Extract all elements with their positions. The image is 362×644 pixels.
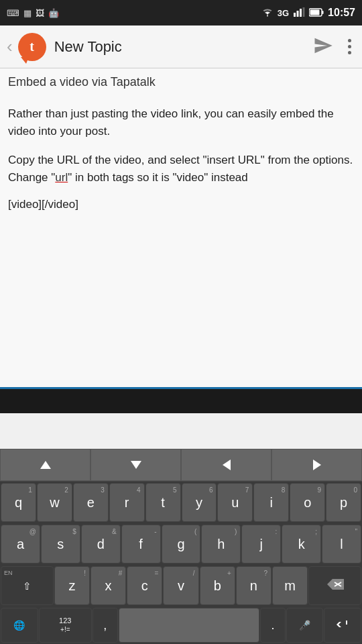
page-title: New Topic	[54, 38, 122, 56]
lang-label: EN	[4, 570, 13, 576]
key-f[interactable]: -f	[121, 525, 161, 564]
battery-icon	[309, 7, 324, 19]
keyboard-bottom-row: 🌐 123+!= , . 🎤	[0, 606, 362, 644]
app-logo: t	[18, 33, 46, 61]
key-t[interactable]: 5t	[145, 483, 181, 522]
emoji-key[interactable]: 🌐	[1, 608, 38, 643]
more-options-button[interactable]	[344, 35, 355, 58]
dark-strip	[0, 389, 362, 413]
comma-key[interactable]: ,	[93, 608, 118, 643]
svg-marker-8	[131, 461, 141, 469]
key-w[interactable]: 2w	[37, 483, 72, 522]
key-r[interactable]: 4r	[109, 483, 145, 522]
android-icon: 🤖	[48, 8, 59, 18]
dot3	[348, 51, 351, 54]
status-right-icons: 3G 10:57	[261, 7, 355, 19]
enter-icon	[335, 619, 350, 633]
key-o[interactable]: 9o	[290, 483, 325, 522]
key-y[interactable]: 6y	[182, 483, 217, 522]
wifi-icon	[261, 7, 274, 19]
backspace-key[interactable]	[308, 566, 361, 605]
cursor-right-button[interactable]	[272, 449, 362, 481]
signal-icon	[293, 7, 305, 19]
content-body: Rather than just pasting the video link,…	[8, 105, 354, 186]
key-n[interactable]: ?n	[236, 566, 272, 605]
status-bar: ⌨ ▦ 🖼 🤖 3G	[0, 0, 362, 25]
logo-letter: t	[29, 39, 34, 54]
back-button[interactable]: ‹	[7, 36, 13, 57]
spacebar-key[interactable]	[119, 608, 259, 643]
keyboard-icon: ⌨	[7, 8, 19, 18]
key-i[interactable]: 8i	[253, 483, 289, 522]
app-bar-actions	[309, 32, 355, 62]
cursor-down-button[interactable]	[90, 449, 181, 481]
key-z[interactable]: !z	[54, 566, 90, 605]
sim-icon: ▦	[23, 8, 32, 18]
app-bar: ‹ t New Topic	[0, 25, 362, 68]
svg-rect-6	[310, 9, 320, 15]
key-g[interactable]: (g	[162, 525, 201, 564]
content-area[interactable]: Embed a video via Tapatalk Rather than j…	[0, 68, 362, 389]
cursor-left-button[interactable]	[181, 449, 272, 481]
key-l[interactable]: "l	[322, 525, 361, 564]
enter-key[interactable]	[324, 608, 361, 643]
svg-marker-9	[223, 460, 231, 470]
network-icon: 3G	[278, 8, 289, 18]
key-b[interactable]: +b	[200, 566, 235, 605]
send-button[interactable]	[309, 32, 337, 62]
svg-rect-2	[300, 9, 302, 17]
video-tag: [video][/video]	[8, 198, 354, 211]
key-p[interactable]: 0p	[326, 483, 361, 522]
key-j[interactable]: :j	[241, 525, 281, 564]
period-key[interactable]: .	[260, 608, 286, 643]
app-bar-left: ‹ t New Topic	[7, 33, 309, 61]
paragraph-1: Rather than just pasting the video link,…	[8, 105, 354, 140]
image-icon: 🖼	[36, 8, 44, 18]
keyboard-row-2: @a $s &d -f (g )h :j ;k "l	[0, 523, 362, 565]
key-k[interactable]: ;k	[282, 525, 321, 564]
mic-key[interactable]: 🎤	[286, 608, 324, 643]
svg-marker-10	[313, 460, 321, 470]
key-a[interactable]: @a	[1, 525, 40, 564]
keyboard-row-1: 1q 2w 3e 4r 5t 6y 7u 8i 9o 0p	[0, 482, 362, 523]
key-x[interactable]: #x	[90, 566, 126, 605]
svg-rect-0	[294, 13, 296, 17]
keyboard-row-3: ⇧ EN !z #x =c /v +b ?n m	[0, 565, 362, 606]
url-highlight: url	[55, 171, 68, 184]
svg-rect-1	[297, 11, 299, 17]
svg-marker-7	[40, 461, 51, 469]
backspace-icon	[326, 578, 345, 594]
symbols-key[interactable]: 123+!=	[39, 608, 92, 643]
key-h[interactable]: )h	[201, 525, 241, 564]
time: 10:57	[328, 7, 355, 19]
cursor-up-button[interactable]	[0, 449, 90, 481]
dot1	[348, 39, 351, 42]
emoji-icon: 🌐	[13, 620, 25, 631]
key-v[interactable]: /v	[163, 566, 198, 605]
dot2	[348, 45, 351, 48]
period-label: .	[271, 619, 274, 633]
comma-label: ,	[103, 619, 107, 633]
paragraph-2: Copy the URL of the video, and select "i…	[8, 152, 354, 186]
key-d[interactable]: &d	[81, 525, 121, 564]
keyboard: 1q 2w 3e 4r 5t 6y 7u 8i 9o 0p @a $s &d -…	[0, 449, 362, 644]
key-u[interactable]: 7u	[217, 483, 253, 522]
svg-rect-5	[322, 11, 324, 14]
video-embed-title: Embed a video via Tapatalk	[8, 75, 354, 95]
key-q[interactable]: 1q	[1, 483, 36, 522]
mic-icon: 🎤	[299, 620, 310, 631]
nav-row	[0, 449, 362, 482]
key-m[interactable]: m	[272, 566, 308, 605]
symbols-label: 123+!=	[59, 616, 71, 634]
svg-rect-3	[303, 7, 305, 17]
key-e[interactable]: 3e	[73, 483, 109, 522]
key-s[interactable]: $s	[41, 525, 80, 564]
status-left-icons: ⌨ ▦ 🖼 🤖	[7, 8, 59, 18]
key-c[interactable]: =c	[127, 566, 162, 605]
shift-key[interactable]: ⇧ EN	[1, 566, 54, 605]
